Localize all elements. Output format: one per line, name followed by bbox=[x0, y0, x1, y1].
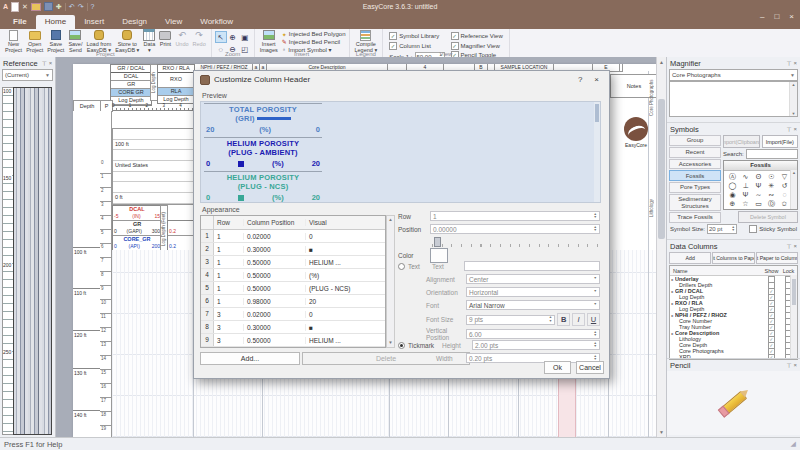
curve-legend[interactable]: DCAL -5(IN)15 bbox=[113, 206, 161, 221]
symbol-size-input[interactable]: 20 pt ▲▼ bbox=[707, 224, 737, 234]
pin-icon[interactable]: ⊤ bbox=[786, 362, 791, 369]
insert-images-button[interactable]: InsertImages bbox=[258, 30, 280, 53]
font-size-input[interactable]: 9 pts▲▼ bbox=[466, 315, 555, 325]
alignment-dropdown[interactable]: Center▼ bbox=[466, 274, 600, 284]
curve-legend[interactable]: GR 0(GAPI)300 bbox=[113, 221, 161, 236]
import-clipboard-button[interactable]: Import(Clipboard) bbox=[723, 135, 760, 148]
redo-icon[interactable]: ↷ bbox=[78, 2, 84, 11]
new-file-icon[interactable] bbox=[11, 2, 19, 12]
symbol-category-button[interactable]: Accessories bbox=[669, 159, 721, 170]
fossil-symbol-icon[interactable]: ⊕ bbox=[726, 199, 739, 208]
data-columns-action-button[interactable]: Fit Paper to Columns bbox=[756, 252, 798, 264]
view-checkbox[interactable]: ✓Reference View bbox=[451, 32, 503, 40]
data-columns-scrollbar[interactable] bbox=[790, 275, 797, 359]
help-icon[interactable]: ? bbox=[91, 2, 95, 11]
symbol-category-button[interactable]: Fossils bbox=[669, 170, 721, 181]
track-title[interactable]: RXO / RLA bbox=[158, 65, 194, 73]
symbol-category-button[interactable]: Group bbox=[669, 135, 721, 146]
ribbon-button[interactable]: Data▾ bbox=[141, 30, 157, 53]
ribbon-button[interactable]: ↶ Undo bbox=[173, 30, 190, 47]
track-subrow[interactable]: CORE GR bbox=[111, 89, 151, 97]
symbol-search-input[interactable] bbox=[746, 149, 798, 159]
add-icon[interactable]: ✚ bbox=[56, 2, 62, 11]
symbol-category-button[interactable]: Sedimentary Structures bbox=[669, 194, 721, 211]
editor-vertical-scrollbar[interactable]: ▲ ▼ bbox=[656, 57, 666, 437]
text-input[interactable] bbox=[464, 261, 600, 271]
ribbon-button[interactable]: SaveProject bbox=[45, 30, 66, 53]
magnifier-scrollbar[interactable]: ▲▼ bbox=[789, 82, 797, 116]
show-column-header[interactable]: Show bbox=[763, 268, 780, 274]
font-dropdown[interactable]: Arial Narrow▼ bbox=[466, 300, 600, 310]
name-column-header[interactable]: Name bbox=[670, 268, 763, 274]
text-radio[interactable] bbox=[398, 263, 405, 270]
fossil-symbol-icon[interactable]: Ψ bbox=[752, 181, 765, 190]
position-input[interactable]: 0.00000▲▼ bbox=[430, 224, 600, 234]
track-title[interactable]: GR / DCAL bbox=[111, 65, 151, 73]
reference-log-view[interactable]: 100 150 200 250 bbox=[2, 83, 52, 435]
table-row[interactable]: 2 1 0.30000 ■ bbox=[201, 243, 385, 256]
track-subrow[interactable]: DCAL bbox=[111, 73, 151, 81]
vertical-position-input[interactable]: 6.00▲▼ bbox=[466, 329, 600, 339]
table-row[interactable]: 7 3 0.02000 0 bbox=[201, 308, 385, 321]
lock-column-header[interactable]: Lock bbox=[780, 268, 797, 274]
view-checkbox[interactable]: ✓Column List bbox=[389, 42, 444, 50]
ribbon-tab[interactable]: File bbox=[4, 15, 36, 29]
maximize-button[interactable]: □ bbox=[774, 12, 779, 21]
fossil-symbol-icon[interactable]: ☆ bbox=[739, 199, 752, 208]
pin-icon[interactable]: ⊤ bbox=[786, 60, 791, 67]
curve-legend[interactable]: CORE_GR 0(API)200 bbox=[113, 236, 161, 251]
fossil-symbol-icon[interactable]: ▭ bbox=[752, 199, 765, 208]
save-icon[interactable] bbox=[44, 2, 53, 11]
track-subrow[interactable]: GR bbox=[111, 81, 151, 89]
close-panel-icon[interactable]: × bbox=[793, 362, 797, 368]
table-row[interactable]: 5 1 0.50000 (PLUG - NCS) bbox=[201, 282, 385, 295]
cancel-button[interactable]: Cancel bbox=[576, 361, 604, 374]
table-row[interactable]: 3 1 0.50000 HELIUM ... bbox=[201, 256, 385, 269]
scroll-up-icon[interactable]: ▲ bbox=[657, 57, 666, 67]
fossil-symbol-icon[interactable]: ∼ bbox=[752, 190, 765, 199]
track-subrow[interactable]: RXO bbox=[158, 73, 194, 88]
zoom-tool-icon[interactable]: ▣ bbox=[239, 31, 251, 43]
spinner-icon[interactable]: ▲▼ bbox=[594, 226, 597, 233]
track-subrow[interactable]: Log Depth bbox=[158, 96, 194, 103]
tickmark-radio[interactable] bbox=[398, 342, 405, 349]
pin-icon[interactable]: ⊤ bbox=[786, 126, 791, 133]
spinner-icon[interactable]: ▲▼ bbox=[732, 226, 735, 233]
insert-item-button[interactable]: ✎ Injected Bed Pencil bbox=[282, 39, 346, 46]
table-row[interactable]: 8 3 0.30000 ■ bbox=[201, 321, 385, 334]
tick-height-input[interactable]: 2.00 pts▲▼ bbox=[472, 340, 600, 350]
preview-scrollbar[interactable] bbox=[594, 102, 600, 202]
view-checkbox[interactable]: ✓Magnifier View bbox=[451, 42, 503, 50]
italic-button[interactable]: I bbox=[572, 313, 585, 326]
table-row[interactable]: 4 1 0.50000 (%) bbox=[201, 269, 385, 282]
dialog-close-button[interactable]: × bbox=[590, 75, 603, 84]
ribbon-button[interactable]: Save/Send bbox=[66, 30, 84, 53]
insert-item-button[interactable]: ✦ Injected Bed Polygon bbox=[282, 31, 346, 38]
add-button[interactable]: Add... bbox=[200, 352, 300, 365]
symbol-category-button[interactable]: Trace Fossils bbox=[669, 212, 721, 223]
sticky-symbol-checkbox[interactable] bbox=[749, 225, 757, 233]
ribbon-tab[interactable]: Design bbox=[113, 15, 156, 29]
well-info-card[interactable]: 100 ft United States 0 ft bbox=[112, 128, 196, 205]
dialog-title-bar[interactable]: Customize Column Header ? × bbox=[194, 71, 609, 88]
ribbon-tab[interactable]: Home bbox=[36, 15, 75, 29]
data-columns-action-button[interactable]: Add bbox=[669, 252, 711, 264]
ribbon-button[interactable]: ↷ Redo bbox=[191, 30, 208, 47]
minimize-button[interactable]: – bbox=[760, 12, 764, 21]
column-caption[interactable] bbox=[620, 64, 623, 72]
ribbon-button[interactable]: NewProject bbox=[3, 30, 24, 53]
import-file-button[interactable]: Import(File) bbox=[762, 135, 799, 148]
table-row[interactable]: 6 1 0.98000 20 bbox=[201, 295, 385, 308]
delete-symbol-button[interactable]: Delete Symbol bbox=[738, 211, 798, 223]
pin-icon[interactable]: ⊤ bbox=[786, 243, 791, 250]
table-scrollbar[interactable]: ▲ ▼ bbox=[386, 215, 395, 348]
ribbon-tab[interactable]: Workflow bbox=[191, 15, 242, 29]
ribbon-tab[interactable]: Insert bbox=[75, 15, 113, 29]
orientation-dropdown[interactable]: Horizontal▼ bbox=[466, 287, 600, 297]
position-slider[interactable] bbox=[432, 237, 598, 247]
scroll-up-icon[interactable]: ▲ bbox=[387, 216, 394, 224]
close-panel-icon[interactable]: × bbox=[49, 60, 53, 66]
resize-grip-icon[interactable]: ◢ bbox=[791, 440, 796, 448]
table-row[interactable]: 1 1 0.02000 0 bbox=[201, 230, 385, 243]
fossil-symbol-icon[interactable]: Ⓓ bbox=[765, 199, 778, 208]
